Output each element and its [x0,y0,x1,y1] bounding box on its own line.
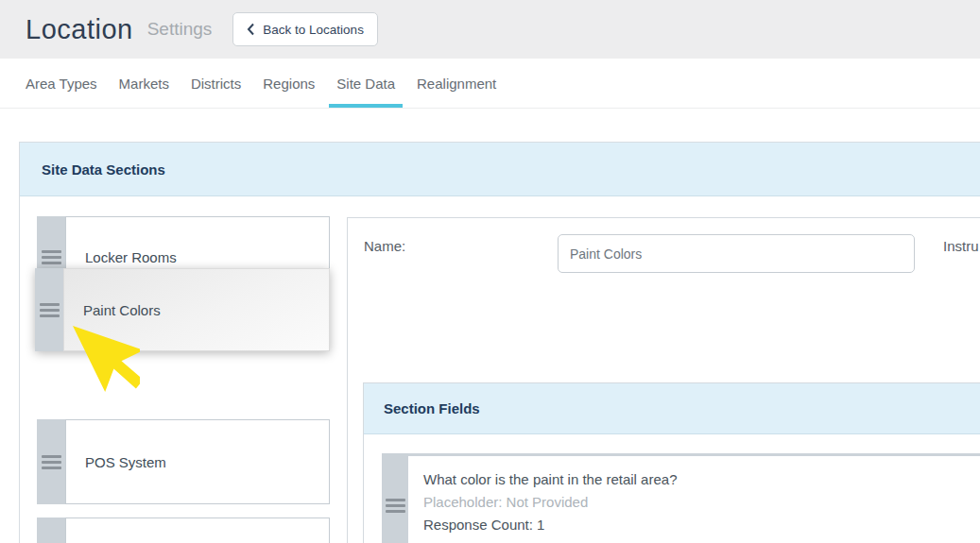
field-item[interactable]: What color is the paint in the retail ar… [382,453,980,543]
tab-site-data[interactable]: Site Data [329,59,403,108]
back-to-locations-button[interactable]: Back to Locations [232,12,378,46]
drag-handle[interactable] [37,419,65,504]
site-data-sections-header: Site Data Sections [20,143,980,196]
section-list-item-paint-colors-dragging[interactable]: Paint Colors [35,268,330,351]
settings-tab-bar: Area Types Markets Districts Regions Sit… [0,59,980,109]
drag-handle-icon [40,303,60,317]
instructions-label: Instru [943,238,979,254]
site-data-sections-panel: Site Data Sections Locker Rooms Paint Co… [19,142,980,543]
back-chevron-icon [247,23,255,36]
drag-handle[interactable] [382,453,408,543]
drag-handle[interactable] [37,518,65,543]
page-subtitle: Settings [147,19,213,40]
page-header: Location Settings Back to Locations [0,0,980,59]
section-item-label: POS System [85,454,166,470]
field-response-count: Response Count: 1 [423,515,980,535]
name-label: Name: [364,238,405,254]
section-list-item-partial[interactable] [37,518,330,543]
section-fields-panel: Section Fields What color is the paint i… [363,382,980,543]
section-fields-header: Section Fields [364,383,980,434]
section-item-label: Locker Rooms [85,249,177,265]
back-button-label: Back to Locations [263,23,364,37]
site-data-sections-title: Site Data Sections [42,161,165,178]
tab-markets[interactable]: Markets [112,59,177,108]
field-question: What color is the paint in the retail ar… [423,469,980,490]
section-fields-title: Section Fields [384,400,480,416]
page-title: Location [26,14,133,45]
drag-handle[interactable] [35,268,63,351]
field-placeholder-info: Placeholder: Not Provided [423,492,980,513]
tab-districts[interactable]: Districts [183,59,249,108]
tab-regions[interactable]: Regions [255,59,322,108]
drag-handle-icon [386,499,405,513]
name-input[interactable] [558,234,915,273]
section-item-label: Paint Colors [83,302,161,318]
section-detail-panel: Name: Instru Section Fields What color i… [347,217,980,543]
drag-handle-icon [42,250,61,264]
drag-handle-icon [42,455,61,469]
section-list-item-pos-system[interactable]: POS System [37,419,330,504]
tab-realignment[interactable]: Realignment [409,59,504,108]
tab-area-types[interactable]: Area Types [18,59,105,108]
